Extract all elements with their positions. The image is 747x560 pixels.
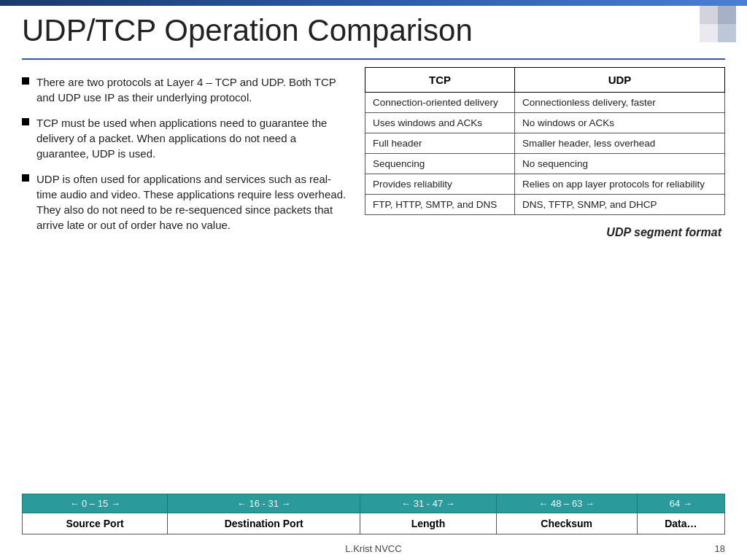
segment-data-cell-3: Checksum: [496, 513, 637, 534]
bullet-icon-1: [22, 77, 29, 85]
table-cell-1-0: Uses windows and ACKs: [365, 113, 515, 133]
segment-header-cell-2: ← 31 - 47 →: [360, 494, 496, 513]
table-row-5: FTP, HTTP, SMTP, and DNSDNS, TFTP, SNMP,…: [365, 195, 725, 215]
decorative-squares: [689, 6, 747, 42]
bullet-icon-3: [22, 174, 29, 182]
bullet-item-3: UDP is often used for applications and s…: [22, 171, 350, 233]
udp-segment-label: UDP segment format: [365, 222, 725, 239]
table-cell-0-0: Connection-oriented delivery: [365, 93, 515, 113]
table-row-4: Provides reliabilityRelies on app layer …: [365, 174, 725, 195]
segment-data-row: Source PortDestination PortLengthChecksu…: [23, 513, 725, 534]
table-cell-4-1: Relies on app layer protocols for reliab…: [515, 174, 725, 195]
bullet-item-2: TCP must be used when applications need …: [22, 115, 350, 161]
segment-data-cell-0: Source Port: [23, 513, 168, 534]
slide-title: UDP/TCP Operation Comparison: [22, 13, 473, 48]
table-cell-3-0: Sequencing: [365, 154, 515, 174]
table-cell-4-0: Provides reliability: [365, 174, 515, 195]
table-cell-2-0: Full header: [365, 133, 515, 154]
table-row-3: SequencingNo sequencing: [365, 154, 725, 174]
bullet-section: There are two protocols at Layer 4 – TCP…: [22, 67, 350, 502]
title-underline: [22, 58, 725, 60]
segment-data-cell-2: Length: [360, 513, 496, 534]
table-cell-5-0: FTP, HTTP, SMTP, and DNS: [365, 195, 515, 215]
segment-header-row: ← 0 – 15 →← 16 - 31 →← 31 - 47 →← 48 – 6…: [23, 494, 725, 513]
top-decorative-bar: [0, 0, 747, 6]
segment-header-cell-1: ← 16 - 31 →: [168, 494, 360, 513]
segment-header-cell-4: 64 →: [637, 494, 724, 513]
table-row-1: Uses windows and ACKsNo windows or ACKs: [365, 113, 725, 133]
bullet-text-3: UDP is often used for applications and s…: [36, 171, 350, 233]
table-header-udp: UDP: [515, 68, 725, 93]
table-cell-0-1: Connectionless delivery, faster: [515, 93, 725, 113]
table-row-2: Full headerSmaller header, less overhead: [365, 133, 725, 154]
segment-header-cell-0: ← 0 – 15 →: [23, 494, 168, 513]
comparison-table: TCP UDP Connection-oriented deliveryConn…: [365, 67, 725, 215]
table-cell-1-1: No windows or ACKs: [515, 113, 725, 133]
footer: 18: [0, 543, 747, 554]
segment-data-cell-4: Data…: [637, 513, 724, 534]
bullet-text-1: There are two protocols at Layer 4 – TCP…: [36, 74, 350, 105]
segment-header-cell-3: ← 48 – 63 →: [496, 494, 637, 513]
segment-data-cell-1: Destination Port: [168, 513, 360, 534]
footer-page: 18: [715, 543, 725, 554]
bullet-text-2: TCP must be used when applications need …: [36, 115, 350, 161]
segment-table: ← 0 – 15 →← 16 - 31 →← 31 - 47 →← 48 – 6…: [22, 494, 725, 534]
bullet-item-1: There are two protocols at Layer 4 – TCP…: [22, 74, 350, 105]
bullet-icon-2: [22, 118, 29, 125]
table-cell-5-1: DNS, TFTP, SNMP, and DHCP: [515, 195, 725, 215]
bottom-section: ← 0 – 15 →← 16 - 31 →← 31 - 47 →← 48 – 6…: [22, 494, 725, 534]
table-row-0: Connection-oriented deliveryConnectionle…: [365, 93, 725, 113]
table-cell-3-1: No sequencing: [515, 154, 725, 174]
table-cell-2-1: Smaller header, less overhead: [515, 133, 725, 154]
content-area: There are two protocols at Layer 4 – TCP…: [22, 67, 725, 502]
right-section: TCP UDP Connection-oriented deliveryConn…: [365, 67, 725, 502]
table-header-tcp: TCP: [365, 68, 515, 93]
